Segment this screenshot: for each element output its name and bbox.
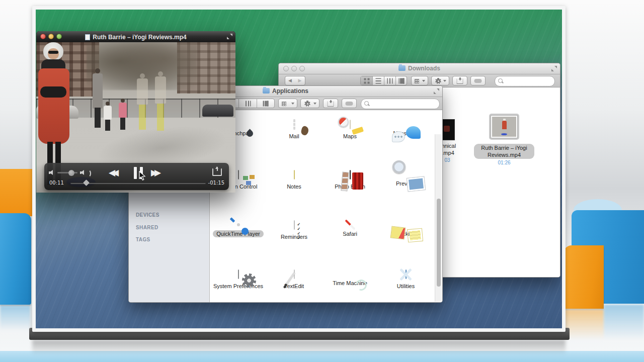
share-icon — [328, 101, 334, 106]
backdrop-blue-reflection-left — [0, 306, 30, 331]
thumbnail-selection — [489, 114, 519, 140]
fullscreen-icon[interactable] — [227, 34, 232, 39]
system-preferences-icon — [238, 269, 239, 279]
tags-button[interactable] — [342, 99, 357, 108]
tags-button[interactable] — [470, 76, 486, 85]
tag-icon — [346, 102, 353, 106]
share-button[interactable] — [323, 99, 338, 108]
video-ghost-figure — [155, 71, 166, 131]
timeline-scrubber[interactable] — [70, 183, 206, 184]
search-input[interactable] — [504, 77, 552, 85]
scrollbar-thumb[interactable] — [437, 199, 441, 287]
mail-icon — [293, 119, 295, 130]
elapsed-time: 00:11 — [49, 180, 64, 186]
chevron-down-icon — [291, 103, 294, 106]
app-item-mail[interactable]: Mail — [266, 119, 322, 140]
forward-button[interactable]: ▶ — [295, 76, 305, 85]
video-frame[interactable]: ◀◀ ▶▶ 00:11 -01:15 — [36, 42, 235, 193]
quicktime-window-title: Ruth Barrie – iYogi Reviews.mp4 — [36, 33, 235, 41]
app-item-preview[interactable]: Preview — [378, 169, 434, 187]
backdrop-orange-block-left — [0, 169, 33, 216]
chevron-down-icon — [422, 80, 425, 83]
gear-icon — [435, 78, 441, 84]
fullscreen-icon[interactable] — [434, 88, 439, 94]
utilities-icon — [406, 269, 407, 279]
video-thumbnail — [491, 116, 517, 138]
icon-view-icon — [364, 78, 369, 83]
sidebar-section-tags[interactable]: TAGS — [136, 237, 150, 242]
screen-reflection — [32, 340, 566, 355]
scrollbar-track[interactable] — [435, 134, 442, 302]
fullscreen-icon[interactable] — [551, 66, 557, 71]
app-item-system-preferences[interactable]: System Preferences — [210, 268, 266, 290]
app-item-photo-booth[interactable]: Photo Booth — [322, 169, 378, 190]
maps-icon — [350, 120, 351, 129]
search-field-container — [495, 76, 555, 86]
volume-knob[interactable] — [68, 170, 74, 176]
arrange-button[interactable] — [278, 99, 297, 108]
icon-view-button[interactable] — [361, 76, 372, 85]
desktop-wallpaper: Downloads ◀ ▶ chnicalt.mp4 03 — [36, 10, 562, 328]
file-item-selected[interactable]: Ruth Barrie – iYogi Reviews.mp4 01:26 — [474, 114, 534, 165]
search-field-container — [361, 99, 440, 109]
action-button[interactable] — [431, 76, 449, 85]
share-icon — [457, 78, 463, 83]
backdrop-orange-block-right — [564, 245, 604, 309]
app-item-utilities[interactable]: Utilities — [378, 268, 434, 290]
video-background-child — [104, 102, 112, 131]
back-button[interactable]: ◀ — [285, 76, 295, 85]
volume-slider[interactable] — [57, 172, 77, 173]
textedit-icon — [294, 269, 295, 279]
app-item-stickies[interactable]: Stickies — [378, 219, 434, 237]
coverflow-view-icon — [398, 78, 404, 83]
mac-screen-bezel: Downloads ◀ ▶ chnicalt.mp4 03 — [32, 6, 566, 332]
folder-icon — [263, 88, 270, 94]
photo-booth-icon — [350, 170, 351, 179]
app-item-safari[interactable]: Safari — [322, 219, 378, 237]
app-item-time-machine[interactable]: Time Machine — [322, 268, 378, 287]
scrubber-handle[interactable] — [83, 179, 90, 186]
search-icon — [364, 101, 369, 106]
quicktime-titlebar[interactable]: Ruth Barrie – iYogi Reviews.mp4 — [36, 31, 235, 43]
app-item-notes[interactable]: Notes — [266, 169, 322, 190]
applications-icon-grid: Launchpad Mail Maps Messages Mission Con… — [210, 110, 442, 302]
arrange-icon — [415, 79, 419, 83]
backdrop-blue-block-left — [0, 213, 31, 305]
folder-icon — [398, 65, 406, 71]
video-ghost-figure — [137, 73, 148, 130]
mission-control-icon — [238, 170, 239, 179]
coverflow-view-icon — [263, 101, 269, 106]
app-item-textedit[interactable]: TextEdit — [266, 268, 322, 290]
downloads-window-title: Downloads — [279, 65, 560, 72]
column-view-button[interactable] — [238, 99, 257, 108]
view-switcher — [360, 76, 407, 85]
volume-min-icon — [49, 170, 53, 175]
search-icon — [498, 78, 503, 83]
arrange-button[interactable] — [411, 76, 428, 85]
sidebar-section-devices[interactable]: DEVICES — [136, 212, 159, 218]
column-view-button[interactable] — [384, 76, 395, 85]
downloads-titlebar[interactable]: Downloads — [279, 63, 560, 74]
rewind-button[interactable]: ◀◀ — [109, 168, 116, 178]
app-item-maps[interactable]: Maps — [322, 119, 378, 140]
app-item-quicktime-player[interactable]: QuickTime Player — [210, 219, 266, 237]
video-file-icon — [85, 34, 90, 40]
app-item-reminders[interactable]: Reminders — [266, 219, 322, 240]
mouse-cursor — [139, 171, 146, 181]
coverflow-view-button[interactable] — [257, 99, 274, 108]
fast-forward-button[interactable]: ▶▶ — [151, 168, 158, 178]
backdrop-orange-reflection-right — [565, 310, 604, 340]
video-background-child — [119, 99, 127, 130]
sidebar-section-shared[interactable]: SHARED — [136, 225, 158, 230]
quicktime-window[interactable]: Ruth Barrie – iYogi Reviews.mp4 — [36, 31, 235, 193]
share-icon[interactable] — [212, 168, 222, 176]
backdrop-blue-reflection-right — [604, 305, 644, 340]
column-view-icon — [245, 101, 251, 106]
action-button[interactable] — [300, 99, 319, 108]
share-button[interactable] — [452, 76, 467, 85]
coverflow-view-button[interactable] — [395, 76, 407, 85]
search-input[interactable] — [370, 100, 437, 108]
app-item-messages[interactable]: Messages — [378, 119, 434, 137]
list-view-icon — [376, 78, 381, 83]
list-view-button[interactable] — [372, 76, 384, 85]
